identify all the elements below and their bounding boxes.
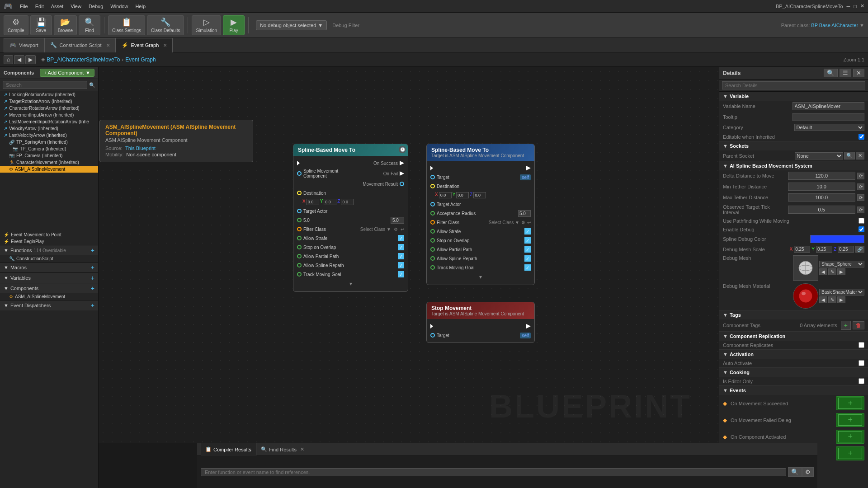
breadcrumb-part2[interactable]: Event Graph [125,56,156,63]
events-section-header[interactable]: ▼ Events [719,386,868,395]
expand-btn-2[interactable]: ▾ [427,272,534,282]
observed-tick-input[interactable] [788,206,856,214]
socket-search-button[interactable]: 🔍 [844,152,855,160]
max-tether-spin-btn[interactable]: ⟳ [857,194,864,201]
close-btn[interactable]: ✕ [860,3,864,9]
menu-edit[interactable]: Edit [35,4,44,9]
editable-inherited-check[interactable] [859,134,864,140]
add-event-4-button[interactable]: + [836,446,864,460]
component-replicates-check[interactable] [859,342,864,348]
list-item[interactable]: ↗ TargetRotationArrow (Inherited) [0,98,98,105]
browse-button[interactable]: 📂 Browse [54,15,77,35]
replication-section-header[interactable]: ▼ Component Replication [719,332,868,341]
variable-section-header[interactable]: ▼ Variable [719,92,868,101]
class-settings-button[interactable]: 📋 Class Settings [108,15,145,35]
debug-filter-dropdown[interactable]: No debug object selected ▼ [256,20,327,30]
add-variable-button[interactable]: + [91,274,94,282]
node2-allow-strafe-check[interactable]: ✓ [524,228,531,235]
tab-viewport[interactable]: 🎮 Viewport [4,38,44,52]
add-comp-bottom-button[interactable]: + [91,285,94,292]
asm-component-bottom-item[interactable]: ⚙ ASM_AISplineMovement [5,293,98,300]
add-function-button[interactable]: + [91,247,94,254]
ai-movement-section-header[interactable]: ▼ AI Spline Based Movement System [719,161,868,170]
min-tether-spin-btn[interactable]: ⟳ [857,183,864,190]
node2-allow-spline-check[interactable]: ✓ [524,255,531,262]
tags-section-header[interactable]: ▼ Tags [719,310,868,319]
nav-home-button[interactable]: ⌂ [4,55,13,64]
search-input[interactable] [3,81,87,89]
stop-overlap-check-1[interactable]: ✓ [398,244,404,250]
find-search-button[interactable]: 🔍 [788,467,802,477]
spline-move-to-node-1[interactable]: Spline-Based Move To 🕐 On Success [293,144,408,292]
node2-allow-partial-check[interactable]: ✓ [524,246,531,253]
debug-mesh-preview[interactable] [793,255,818,281]
find-close-btn[interactable]: ✕ [300,446,304,452]
allow-partial-check-1[interactable]: ✓ [398,253,404,259]
simulation-button[interactable]: ▷ Simulation [192,15,221,35]
is-editor-only-check[interactable] [859,378,864,384]
scale-lock-btn[interactable]: 🔗 [855,246,864,253]
tooltip-input[interactable] [793,113,865,121]
tab-event-graph[interactable]: ⚡ Event Graph ✕ [116,38,173,52]
components-bottom-header[interactable]: ▼ Components + [0,283,98,293]
dest2-x[interactable] [439,192,452,198]
delta-distance-input[interactable] [788,172,856,180]
list-item[interactable]: ↗ LookingRotationArrow (Inherited) [0,91,98,98]
details-view-button[interactable]: ☰ [840,69,851,77]
use-pathfinding-check[interactable] [859,218,864,224]
functions-section-header[interactable]: ▼ Functions 114 Overridable + [0,245,98,255]
scale-z[interactable] [838,246,854,253]
menu-help[interactable]: Help [135,4,146,9]
play-button[interactable]: ▶ Play [223,15,245,35]
macros-section-header[interactable]: ▼ Macros + [0,262,98,272]
tab-compiler-results[interactable]: 📋 Compiler Results [201,443,256,456]
add-component-button[interactable]: + Add Component ▼ [40,69,94,77]
add-event-1-button[interactable]: + [836,396,864,410]
breadcrumb-part1[interactable]: BP_AICharacterSplineMoveTo [47,56,120,63]
activation-section-header[interactable]: ▼ Activation [719,350,868,359]
add-macro-button[interactable]: + [91,264,94,271]
menu-view[interactable]: View [71,4,81,9]
mat-forward-btn[interactable]: ▶ [837,296,845,303]
menu-asset[interactable]: Asset [51,4,64,9]
list-item[interactable]: ↗ LastVelocityArrow (Inherited) [0,132,98,139]
save-button[interactable]: 💾 Save [30,15,52,35]
mesh-forward-btn[interactable]: ▶ [837,268,845,275]
dest-x[interactable] [307,199,319,205]
add-tag-button[interactable]: + [841,321,851,330]
sockets-section-header[interactable]: ▼ Sockets [719,141,868,150]
scale-x[interactable] [794,246,810,253]
list-item[interactable]: 📷 TP_Camera (Inherited) [0,145,98,152]
find-button[interactable]: 🔍 Find [79,15,100,35]
menu-file[interactable]: File [20,4,28,9]
expand-btn-1[interactable]: ▾ [293,279,408,289]
tab-close-cs[interactable]: ✕ [106,43,110,48]
dest-y[interactable] [324,199,336,205]
list-item[interactable]: ↗ MovementInputArrow (Inherited) [0,112,98,118]
tab-find-results[interactable]: 🔍 Find Results ✕ [256,443,309,456]
construction-script-item[interactable]: 🔧 ConstructionScript [5,255,98,262]
node2-stop-overlap-check[interactable]: ✓ [524,237,531,244]
event-dispatchers-header[interactable]: ▼ Event Dispatchers + [0,300,98,310]
allow-spline-check-1[interactable]: ✓ [398,262,404,268]
node2-track-moving-check[interactable]: ✓ [524,264,531,271]
node2-acceptance-val[interactable] [518,210,531,217]
find-options-button[interactable]: ⚙ [802,467,814,477]
scale-y[interactable] [816,246,832,253]
find-references-input[interactable] [201,468,786,476]
category-select[interactable]: Default [794,124,865,131]
class-defaults-button[interactable]: 🔧 Class Defaults [147,15,184,35]
variables-section-header[interactable]: ▼ Variables + [0,272,98,283]
delta-spin-btn[interactable]: ⟳ [857,173,864,179]
nav-forward-button[interactable]: ▶ [25,55,36,64]
variable-name-input[interactable] [793,102,865,110]
socket-clear-button[interactable]: ✕ [856,152,864,160]
mesh-select[interactable]: Shape_Sphere [819,261,864,267]
dest2-z[interactable] [473,192,486,198]
minimize-btn[interactable]: ─ [847,4,850,9]
min-tether-input[interactable] [788,183,856,191]
details-close-button[interactable]: ✕ [853,69,864,77]
asm-component-item[interactable]: ⚙ ASM_AISplineMovement [0,166,98,173]
material-preview[interactable] [793,283,818,309]
max-tether-input[interactable] [788,193,856,202]
